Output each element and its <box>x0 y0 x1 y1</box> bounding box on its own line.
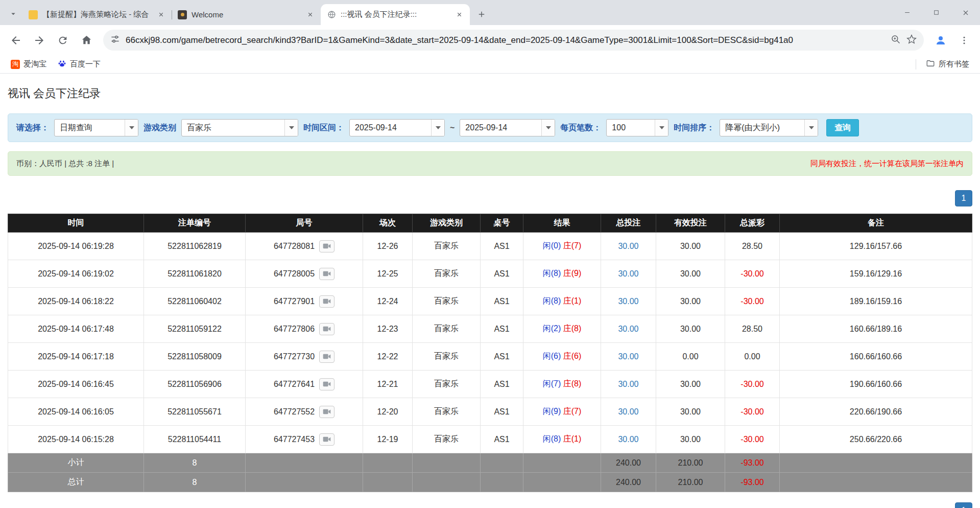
bookmark-label: 百度一下 <box>70 59 101 69</box>
cell-table: AS1 <box>481 260 523 288</box>
cell-valid-bet: 30.00 <box>656 315 725 343</box>
per-page-select[interactable]: 100 <box>606 119 668 136</box>
cell-note: 250.66/220.66 <box>780 426 972 453</box>
cell-bet-id: 522811062819 <box>144 233 246 260</box>
all-bookmarks-button[interactable]: 所有书签 <box>921 57 974 71</box>
game-type-select[interactable]: 百家乐 <box>181 119 298 136</box>
total-bet-link[interactable]: 30.00 <box>618 325 638 333</box>
bookmark-star-icon[interactable] <box>906 34 917 47</box>
subtotal-total-bet: 240.00 <box>601 453 656 473</box>
cell-time: 2025-09-14 06:17:18 <box>8 343 144 371</box>
cell-total-bet: 30.00 <box>601 343 656 371</box>
cell-time: 2025-09-14 06:18:22 <box>8 288 144 315</box>
tab-welcome[interactable]: Welcome <box>172 4 321 25</box>
cell-bet-id: 522811058009 <box>144 343 246 371</box>
cell-game-type: 百家乐 <box>413 343 481 371</box>
cell-game-type: 百家乐 <box>413 260 481 288</box>
maximize-button[interactable] <box>922 0 951 25</box>
minimize-button[interactable] <box>893 0 922 25</box>
cell-valid-bet: 0.00 <box>656 343 725 371</box>
total-bet-link[interactable]: 30.00 <box>618 407 638 416</box>
video-replay-icon[interactable] <box>319 406 334 418</box>
cell-table: AS1 <box>481 343 523 371</box>
total-valid-bet: 210.00 <box>656 473 725 492</box>
round-id-text: 647728081 <box>274 242 315 251</box>
url-bar[interactable]: 66cxkj98.com/game/betrecord_search/kind3… <box>103 30 924 51</box>
chevron-down-icon[interactable] <box>431 120 444 136</box>
reload-icon[interactable] <box>52 30 74 51</box>
date-mode-select[interactable]: 日期查询 <box>54 119 138 136</box>
chevron-down-icon[interactable] <box>804 120 818 136</box>
cell-note: 160.66/189.16 <box>780 315 972 343</box>
bookmark-baidu[interactable]: 百度一下 <box>53 58 105 71</box>
player-result: 闲(8) <box>543 296 561 305</box>
site-info-icon[interactable] <box>110 34 120 46</box>
cell-table: AS1 <box>481 233 523 260</box>
url-text: 66cxkj98.com/game/betrecord_search/kind3… <box>126 35 885 45</box>
back-icon[interactable] <box>5 30 27 51</box>
col-header-round-id: 局号 <box>246 214 363 233</box>
new-tab-button[interactable] <box>473 6 490 23</box>
table-row: 2025-09-14 06:18:22 522811060402 6477279… <box>8 288 972 315</box>
chevron-down-icon[interactable] <box>284 120 298 136</box>
search-button[interactable]: 查询 <box>826 119 859 136</box>
close-icon[interactable] <box>304 9 316 20</box>
tab-search-chevron-icon[interactable] <box>4 4 22 24</box>
menu-kebab-icon[interactable] <box>953 30 975 51</box>
cell-bet-id: 522811056906 <box>144 371 246 398</box>
cell-bet-id: 522811060402 <box>144 288 246 315</box>
total-bet-link[interactable]: 30.00 <box>618 435 638 444</box>
summary-notice: 同局有效投注，统一计算在该局第一张注单内 <box>810 159 964 169</box>
close-icon[interactable] <box>453 9 465 20</box>
video-replay-icon[interactable] <box>319 323 334 335</box>
total-bet-link[interactable]: 30.00 <box>618 380 638 388</box>
video-replay-icon[interactable] <box>319 433 334 446</box>
home-icon[interactable] <box>76 30 97 51</box>
chevron-down-icon[interactable] <box>125 120 138 136</box>
close-icon[interactable] <box>155 9 166 20</box>
cell-total-bet: 30.00 <box>601 426 656 453</box>
profile-avatar-icon[interactable] <box>930 30 951 51</box>
globe-icon <box>327 10 336 19</box>
video-replay-icon[interactable] <box>319 378 334 390</box>
game-type-label: 游戏类别 <box>144 123 176 133</box>
total-bet-link[interactable]: 30.00 <box>618 242 638 250</box>
cell-result: 闲(0) 庄(7) <box>523 233 601 260</box>
cell-bet-id: 522811059122 <box>144 315 246 343</box>
video-replay-icon[interactable] <box>319 295 334 308</box>
chevron-down-icon[interactable] <box>655 120 668 136</box>
forward-icon[interactable] <box>29 30 50 51</box>
sort-label: 时间排序： <box>674 123 714 133</box>
table-header-row: 时间 注单编号 局号 场次 游戏类别 桌号 结果 总投注 有效投注 总派彩 备注 <box>8 214 972 233</box>
forum-favicon-icon <box>29 10 38 19</box>
chevron-down-icon[interactable] <box>541 120 555 136</box>
close-window-button[interactable] <box>951 0 980 25</box>
zoom-icon[interactable] <box>891 34 901 47</box>
total-bet-link[interactable]: 30.00 <box>618 297 638 306</box>
video-replay-icon[interactable] <box>319 240 334 252</box>
player-result: 闲(9) <box>543 407 561 415</box>
sort-value: 降幂(由大到小) <box>720 120 804 136</box>
cell-table: AS1 <box>481 371 523 398</box>
tab-bet-records[interactable]: :::视讯 会员下注纪录::: <box>321 4 470 25</box>
video-replay-icon[interactable] <box>319 351 334 363</box>
bookmark-taobao[interactable]: 淘 爱淘宝 <box>6 58 51 71</box>
video-replay-icon[interactable] <box>319 268 334 280</box>
subtotal-payout: -93.00 <box>725 453 780 473</box>
per-page-value: 100 <box>607 120 655 136</box>
tab-forum[interactable]: 【新提醒】海燕策略论坛 - 综合 <box>22 4 172 25</box>
date-end-input[interactable]: 2025-09-14 <box>460 119 555 136</box>
taobao-icon: 淘 <box>11 60 20 69</box>
page-1-button[interactable]: 1 <box>955 190 972 206</box>
page-1-button[interactable]: 1 <box>955 502 972 508</box>
total-bet-link[interactable]: 30.00 <box>618 352 638 361</box>
date-start-input[interactable]: 2025-09-14 <box>349 119 445 136</box>
cell-session: 12-22 <box>363 343 413 371</box>
game-type-value: 百家乐 <box>182 120 284 136</box>
cell-time: 2025-09-14 06:19:02 <box>8 260 144 288</box>
total-bet-link[interactable]: 30.00 <box>618 269 638 278</box>
round-id-text: 647727641 <box>274 380 315 389</box>
filter-bar: 请选择： 日期查询 游戏类别 百家乐 时间区间： 2025-09-14 ~ 20… <box>8 113 972 142</box>
table-row: 2025-09-14 06:17:48 522811059122 6477278… <box>8 315 972 343</box>
sort-select[interactable]: 降幂(由大到小) <box>720 119 818 136</box>
